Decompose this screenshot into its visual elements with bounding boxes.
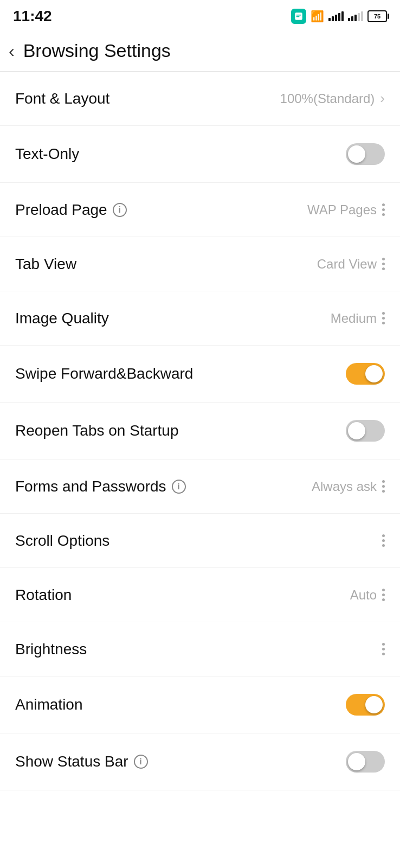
label-text-animation: Animation (15, 696, 83, 713)
settings-right-forms-passwords: Always ask (312, 479, 385, 494)
signal-bars-2 (348, 11, 363, 21)
settings-label-reopen-tabs: Reopen Tabs on Startup (15, 422, 178, 439)
toggle-track-show-status-bar (346, 751, 385, 773)
svg-rect-1 (296, 15, 301, 16)
settings-right-swipe-forward-backward (346, 363, 385, 385)
settings-right-preload-page: WAP Pages (307, 202, 385, 218)
toggle-reopen-tabs[interactable] (346, 420, 385, 442)
value-image-quality: Medium (331, 311, 377, 326)
label-text-preload-page: Preload Page (15, 201, 107, 219)
settings-item-scroll-options[interactable]: Scroll Options (0, 514, 400, 568)
settings-label-swipe-forward-backward: Swipe Forward&Backward (15, 365, 193, 382)
settings-label-image-quality: Image Quality (15, 310, 109, 327)
settings-label-rotation: Rotation (15, 586, 72, 604)
value-tab-view: Card View (317, 257, 377, 272)
label-text-text-only: Text-Only (15, 145, 79, 163)
status-bar: 11:42 📶 75 (0, 0, 400, 30)
settings-item-swipe-forward-backward[interactable]: Swipe Forward&Backward (0, 346, 400, 403)
settings-item-rotation[interactable]: RotationAuto (0, 568, 400, 622)
label-text-font-layout: Font & Layout (15, 90, 109, 107)
dots-menu-preload-page[interactable] (382, 203, 385, 216)
settings-right-font-layout: 100%(Standard)› (280, 90, 385, 107)
label-text-swipe-forward-backward: Swipe Forward&Backward (15, 365, 193, 382)
dots-menu-brightness[interactable] (382, 643, 385, 655)
settings-label-forms-passwords: Forms and Passwordsi (15, 478, 186, 495)
dots-menu-image-quality[interactable] (382, 312, 385, 324)
settings-right-rotation: Auto (350, 588, 385, 603)
settings-label-show-status-bar: Show Status Bari (15, 753, 148, 770)
settings-item-preload-page[interactable]: Preload PageiWAP Pages (0, 183, 400, 237)
toggle-show-status-bar[interactable] (346, 751, 385, 773)
toggle-text-only[interactable] (346, 143, 385, 165)
settings-label-animation: Animation (15, 696, 83, 713)
settings-right-scroll-options (382, 534, 385, 547)
label-text-image-quality: Image Quality (15, 310, 109, 327)
header: ‹ Browsing Settings (0, 30, 400, 72)
dots-menu-scroll-options[interactable] (382, 534, 385, 547)
status-time: 11:42 (13, 8, 52, 25)
toggle-animation[interactable] (346, 694, 385, 716)
dots-menu-rotation[interactable] (382, 589, 385, 601)
page-title: Browsing Settings (23, 40, 171, 61)
toggle-track-animation (346, 694, 385, 716)
settings-item-tab-view[interactable]: Tab ViewCard View (0, 237, 400, 291)
label-text-reopen-tabs: Reopen Tabs on Startup (15, 422, 178, 439)
settings-item-brightness[interactable]: Brightness (0, 622, 400, 676)
app-icon-glyph (294, 11, 304, 21)
settings-item-reopen-tabs[interactable]: Reopen Tabs on Startup (0, 403, 400, 459)
settings-right-text-only (346, 143, 385, 165)
signal-bars-1 (328, 11, 344, 21)
battery-icon: 75 (367, 10, 387, 22)
toggle-track-reopen-tabs (346, 420, 385, 442)
value-preload-page: WAP Pages (307, 202, 377, 218)
toggle-thumb-text-only (348, 145, 365, 163)
dots-menu-tab-view[interactable] (382, 258, 385, 270)
settings-label-scroll-options: Scroll Options (15, 532, 109, 550)
toggle-swipe-forward-backward[interactable] (346, 363, 385, 385)
toggle-thumb-animation (365, 696, 383, 713)
back-button[interactable]: ‹ (9, 42, 15, 60)
dots-menu-forms-passwords[interactable] (382, 480, 385, 493)
settings-label-brightness: Brightness (15, 641, 87, 658)
settings-right-reopen-tabs (346, 420, 385, 442)
settings-item-animation[interactable]: Animation (0, 676, 400, 733)
label-text-rotation: Rotation (15, 586, 72, 604)
value-forms-passwords: Always ask (312, 479, 377, 494)
toggle-track-text-only (346, 143, 385, 165)
settings-label-tab-view: Tab View (15, 256, 76, 273)
settings-label-text-only: Text-Only (15, 145, 79, 163)
settings-right-brightness (382, 643, 385, 655)
label-text-show-status-bar: Show Status Bar (15, 753, 128, 770)
settings-list: Font & Layout100%(Standard)›Text-OnlyPre… (0, 72, 400, 790)
settings-right-image-quality: Medium (331, 311, 385, 326)
settings-item-text-only[interactable]: Text-Only (0, 126, 400, 183)
settings-item-show-status-bar[interactable]: Show Status Bari (0, 733, 400, 790)
settings-right-tab-view: Card View (317, 257, 385, 272)
app-icon (291, 9, 306, 24)
settings-item-image-quality[interactable]: Image QualityMedium (0, 291, 400, 346)
label-text-scroll-options: Scroll Options (15, 532, 109, 550)
toggle-thumb-reopen-tabs (348, 422, 365, 439)
toggle-thumb-swipe-forward-backward (365, 365, 383, 382)
battery-level: 75 (374, 13, 380, 20)
svg-rect-2 (296, 16, 300, 17)
wifi-icon: 📶 (311, 10, 324, 23)
value-font-layout: 100%(Standard) (280, 91, 375, 106)
settings-item-font-layout[interactable]: Font & Layout100%(Standard)› (0, 72, 400, 126)
value-rotation: Auto (350, 588, 377, 603)
status-icons: 📶 75 (291, 9, 387, 24)
chevron-font-layout: › (380, 90, 385, 107)
settings-right-show-status-bar (346, 751, 385, 773)
info-icon-forms-passwords[interactable]: i (172, 480, 186, 494)
settings-item-forms-passwords[interactable]: Forms and PasswordsiAlways ask (0, 459, 400, 514)
info-icon-show-status-bar[interactable]: i (134, 755, 148, 769)
label-text-tab-view: Tab View (15, 256, 76, 273)
label-text-forms-passwords: Forms and Passwords (15, 478, 166, 495)
settings-label-font-layout: Font & Layout (15, 90, 109, 107)
toggle-track-swipe-forward-backward (346, 363, 385, 385)
settings-right-animation (346, 694, 385, 716)
info-icon-preload-page[interactable]: i (113, 203, 127, 217)
toggle-thumb-show-status-bar (348, 753, 365, 770)
label-text-brightness: Brightness (15, 641, 87, 658)
settings-label-preload-page: Preload Pagei (15, 201, 127, 219)
